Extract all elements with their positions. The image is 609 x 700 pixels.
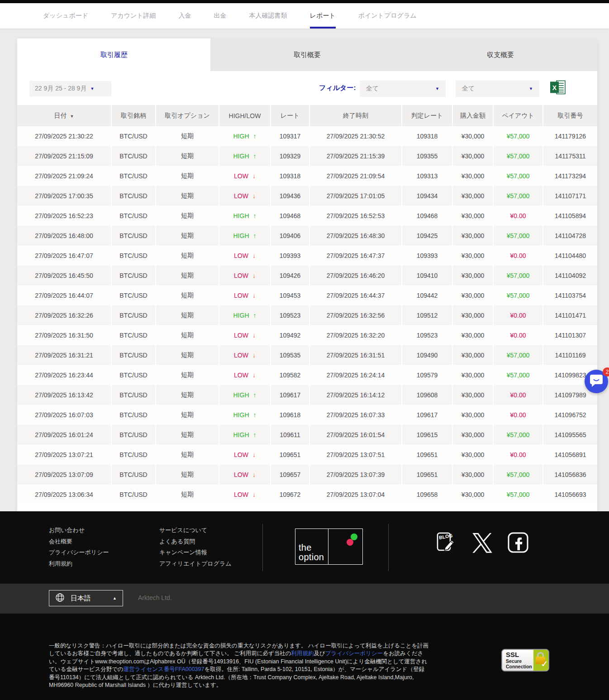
cell-payout: ¥57,000	[493, 286, 543, 305]
nav-item-withdrawal[interactable]: 出金	[214, 3, 227, 29]
footer-links-column-2: サービスについてよくある質問キャンペーン情報アフィリエイトプログラム	[159, 525, 232, 569]
nav-item-deposit[interactable]: 入金	[179, 3, 191, 29]
footer-link-contact[interactable]: お問い合わせ	[49, 525, 109, 536]
cell-payout: ¥0.00	[493, 385, 543, 405]
cell-end-time: 27/09/2025 16:52:53	[309, 206, 402, 226]
cell-amount: ¥30,000	[452, 246, 493, 266]
cell-end-time: 27/09/2025 21:15:39	[309, 146, 402, 166]
footer-link-affiliate-program[interactable]: アフィリエイトプログラム	[159, 558, 232, 570]
cell-amount: ¥30,000	[452, 485, 493, 505]
cell-option-type: 短期	[156, 325, 219, 345]
nav-item-dashboard[interactable]: ダッシュボード	[43, 3, 88, 29]
facebook-link[interactable]	[508, 532, 528, 554]
arrow-down-icon: ↓	[252, 471, 256, 478]
sort-caret-icon: ▼	[70, 114, 74, 119]
cell-symbol: BTC/USD	[111, 206, 156, 226]
footer-link-faq[interactable]: よくある質問	[159, 536, 232, 548]
cell-high-low: LOW↓	[219, 445, 271, 465]
nav-item-point-program[interactable]: ポイントプログラム	[358, 3, 417, 29]
arrow-up-icon: ↑	[253, 431, 257, 438]
cell-trade-id: 141056693	[543, 485, 597, 505]
cell-end-time: 27/09/2025 16:44:37	[309, 286, 402, 305]
cell-settle-rate: 109468	[402, 206, 452, 226]
cell-end-time: 27/09/2025 16:32:56	[309, 305, 402, 325]
payout-value: ¥0.00	[510, 212, 526, 219]
facebook-icon	[508, 548, 528, 554]
direction-label: HIGH	[233, 133, 249, 140]
cell-amount: ¥30,000	[452, 206, 493, 226]
filter-dropdown-2[interactable]: 全て ▼	[456, 81, 539, 97]
column-header-label: HIGH/LOW	[229, 112, 261, 119]
cell-amount: ¥30,000	[452, 425, 493, 445]
arrow-down-icon: ↓	[252, 491, 256, 498]
chat-widget-button[interactable]: 2	[585, 370, 608, 393]
export-excel-button[interactable]: X	[550, 80, 566, 95]
payout-value: ¥57,000	[507, 272, 530, 279]
column-header-rate: レート	[271, 105, 309, 126]
nav-item-report[interactable]: レポート	[310, 3, 336, 29]
footer-links-column-1: お問い合わせ会社概要プライバシーポリシー利用規約	[49, 525, 109, 569]
cell-amount: ¥30,000	[452, 405, 493, 425]
cell-rate: 109406	[271, 226, 309, 246]
cell-date: 27/09/2025 16:47:07	[17, 246, 111, 266]
cell-option-type: 短期	[156, 186, 219, 206]
tab-trade-summary[interactable]: 取引概要	[210, 38, 404, 71]
language-selector[interactable]: 日本語 ▲	[49, 590, 123, 606]
cell-settle-rate: 109318	[402, 126, 452, 146]
tab-trade-history[interactable]: 取引履歴	[17, 38, 210, 71]
chat-bubble-icon	[590, 374, 603, 389]
legal-inline-link[interactable]: 運営ライセンス番号FFA000397	[124, 666, 205, 672]
footer-link-about-service[interactable]: サービスについて	[159, 525, 232, 536]
cell-trade-id: 141096752	[543, 405, 597, 425]
blog-icon: BLOG	[434, 548, 457, 554]
payout-value: ¥57,000	[507, 152, 530, 160]
legal-inline-link[interactable]: 利用規約	[291, 650, 314, 657]
chat-notification-badge: 2	[603, 367, 609, 376]
table-header-row: 日付▼取引銘柄取引オプションHIGH/LOWレート終了時刻判定レート購入金額ペイ…	[17, 105, 597, 126]
table-row: 27/09/2025 16:48:00BTC/USD短期HIGH↑1094062…	[17, 226, 597, 246]
cell-payout: ¥57,000	[493, 465, 543, 485]
cell-rate: 109535	[271, 345, 309, 365]
x-icon	[472, 548, 492, 554]
table-row: 27/09/2025 13:06:34BTC/USD短期LOW↓10967227…	[17, 485, 597, 505]
footer-link-company-overview[interactable]: 会社概要	[49, 536, 109, 548]
cell-option-type: 短期	[156, 485, 219, 505]
column-header-end-time: 終了時刻	[309, 105, 402, 126]
nav-item-identity-documents[interactable]: 本人確認書類	[249, 3, 287, 29]
cell-settle-rate: 109651	[402, 445, 452, 465]
ssl-line-3: Connection	[506, 664, 533, 669]
arrow-down-icon: ↓	[252, 292, 256, 299]
tab-balance-summary[interactable]: 収支概要	[404, 38, 597, 71]
blog-link[interactable]: BLOG	[434, 531, 457, 554]
cell-trade-id: 141101169	[543, 345, 597, 365]
cell-option-type: 短期	[156, 166, 219, 186]
table-row: 27/09/2025 16:45:50BTC/USD短期LOW↓10942627…	[17, 266, 597, 286]
logo-text: the option	[295, 529, 328, 564]
cell-amount: ¥30,000	[452, 445, 493, 465]
table-row: 27/09/2025 21:09:24BTC/USD短期LOW↓10931827…	[17, 166, 597, 186]
date-range-selector[interactable]: 22 9月 25 - 28 9月 ▼	[29, 81, 111, 96]
x-twitter-link[interactable]	[472, 533, 492, 554]
column-header-date[interactable]: 日付▼	[17, 105, 111, 126]
footer-link-terms[interactable]: 利用規約	[49, 558, 109, 570]
payout-value: ¥0.00	[510, 252, 526, 259]
cell-payout: ¥57,000	[493, 425, 543, 445]
cell-date: 27/09/2025 16:48:00	[17, 226, 111, 246]
direction-label: LOW	[234, 371, 248, 379]
cell-rate: 109582	[271, 365, 309, 385]
cell-high-low: LOW↓	[219, 345, 271, 365]
cell-symbol: BTC/USD	[111, 286, 156, 305]
legal-inline-link[interactable]: プライバシーポリシー	[325, 650, 383, 657]
nav-item-account-details[interactable]: アカウント詳細	[111, 3, 156, 29]
report-tabs: 取引履歴取引概要収支概要	[17, 38, 597, 71]
cell-trade-id: 141179126	[543, 126, 597, 146]
cell-payout: ¥57,000	[493, 186, 543, 206]
page: ダッシュボードアカウント詳細入金出金本人確認書類レポートポイントプログラム 取引…	[0, 0, 609, 700]
footer-link-privacy-policy[interactable]: プライバシーポリシー	[49, 547, 109, 558]
cell-symbol: BTC/USD	[111, 485, 156, 505]
arrow-up-icon: ↑	[253, 152, 257, 160]
cell-payout: ¥0.00	[493, 325, 543, 345]
top-nav: ダッシュボードアカウント詳細入金出金本人確認書類レポートポイントプログラム	[0, 3, 609, 29]
footer-link-campaign-info[interactable]: キャンペーン情報	[159, 547, 232, 558]
filter-dropdown-1[interactable]: 全て ▼	[360, 81, 446, 97]
